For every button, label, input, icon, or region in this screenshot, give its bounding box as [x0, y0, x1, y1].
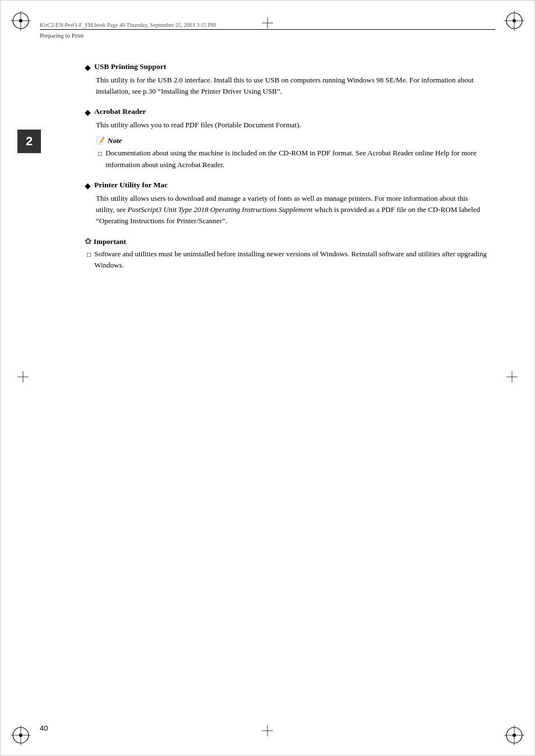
important-star-icon: ✩: [85, 237, 91, 246]
note-pencil-icon: 📝: [96, 136, 105, 145]
center-right-crosshair: [506, 371, 518, 385]
usb-printing-support-section: ◆ USB Printing Support This utility is f…: [85, 62, 487, 97]
usb-printing-support-body: This utility is for the USB 2.0 interfac…: [96, 75, 487, 97]
footer: 40: [40, 724, 495, 733]
diamond-bullet-acrobat: ◆: [85, 108, 91, 117]
main-content: ◆ USB Printing Support This utility is f…: [85, 62, 487, 279]
chapter-tab: 2: [17, 130, 41, 153]
acrobat-reader-title: Acrobat Reader: [94, 107, 146, 116]
usb-printing-support-header: ◆ USB Printing Support: [85, 62, 487, 72]
printer-utility-mac-body: This utility allows users to download an…: [96, 193, 487, 227]
note-label: Note: [108, 136, 122, 145]
section-label: Preparing to Print: [40, 32, 495, 39]
important-checkbox-icon: □: [87, 250, 91, 260]
printer-utility-mac-section: ◆ Printer Utility for Mac This utility a…: [85, 181, 487, 227]
note-text-0: Documentation about using the machine is…: [105, 147, 487, 170]
page: KirC2-EN-Pref1-F_FM.book Page 40 Thursda…: [0, 0, 535, 756]
important-label: Important: [94, 237, 126, 246]
header-rule: [40, 29, 495, 30]
corner-mark-bl: [11, 725, 31, 745]
note-checkbox-icon: □: [98, 149, 102, 159]
corner-mark-tl: [11, 11, 31, 31]
printer-utility-mac-title: Printer Utility for Mac: [94, 181, 168, 190]
svg-point-3: [19, 19, 22, 22]
svg-point-7: [513, 19, 516, 22]
svg-point-11: [19, 734, 22, 737]
important-box: ✩ Important □ Software and utilities mus…: [85, 237, 487, 271]
printer-utility-mac-header: ◆ Printer Utility for Mac: [85, 181, 487, 191]
corner-mark-tr: [504, 11, 524, 31]
printer-utility-text-italic: PostScript3 Unit Type 2018 Operating Ins…: [128, 205, 313, 214]
usb-printing-support-title: USB Printing Support: [94, 62, 166, 71]
note-box: 📝 Note □ Documentation about using the m…: [96, 136, 487, 170]
diamond-bullet-usb: ◆: [85, 63, 91, 72]
header: KirC2-EN-Pref1-F_FM.book Page 40 Thursda…: [40, 22, 495, 39]
important-text-0: Software and utilities must be uninstall…: [94, 248, 487, 271]
acrobat-reader-section: ◆ Acrobat Reader This utility allows you…: [85, 107, 487, 170]
acrobat-reader-body: This utility allows you to read PDF file…: [96, 119, 487, 131]
chapter-number: 2: [26, 134, 33, 149]
center-left-crosshair: [17, 371, 29, 385]
corner-mark-br: [504, 725, 524, 745]
important-item-0: □ Software and utilities must be uninsta…: [87, 248, 487, 271]
svg-point-15: [513, 734, 516, 737]
note-item-0: □ Documentation about using the machine …: [98, 147, 487, 170]
acrobat-reader-header: ◆ Acrobat Reader: [85, 107, 487, 117]
note-header: 📝 Note: [96, 136, 487, 145]
file-info: KirC2-EN-Pref1-F_FM.book Page 40 Thursda…: [40, 22, 495, 28]
important-header: ✩ Important: [85, 237, 487, 246]
page-number: 40: [40, 724, 48, 732]
diamond-bullet-mac: ◆: [85, 181, 91, 191]
